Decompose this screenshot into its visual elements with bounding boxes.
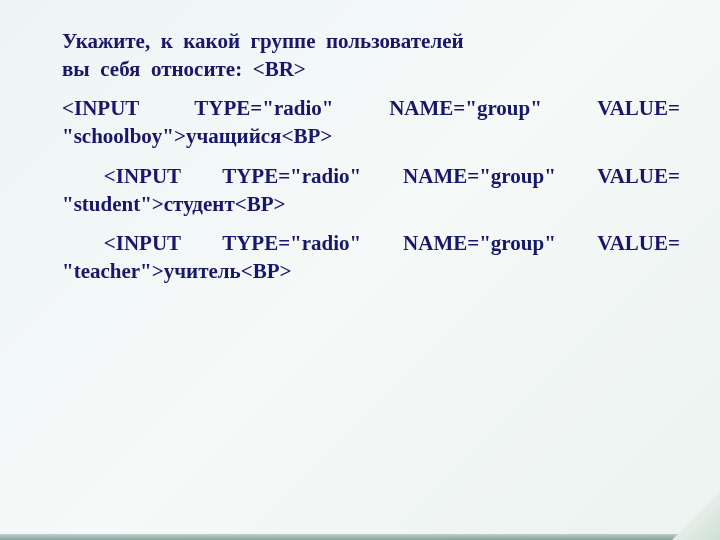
option-schoolboy: <INPUT TYPE="radio" NAME="group" VALUE= …: [62, 95, 680, 150]
slide-bottom-edge: [0, 534, 720, 540]
intro-line-1: Укажите, к какой группе пользователей: [62, 29, 464, 53]
code-line-schoolboy: <INPUT TYPE="radio" NAME="group" VALUE= …: [62, 96, 680, 148]
code-line-teacher: <INPUT TYPE="radio" NAME="group" VALUE= …: [62, 231, 680, 283]
intro-line-2: вы себя относите: <BR>: [62, 57, 306, 81]
slide-body: Укажите, к какой группе пользователей вы…: [62, 28, 680, 298]
option-student: <INPUT TYPE="radio" NAME="group" VALUE= …: [62, 163, 680, 218]
page-curl-icon: [672, 492, 720, 540]
intro-paragraph: Укажите, к какой группе пользователей вы…: [62, 28, 680, 83]
code-line-student: <INPUT TYPE="radio" NAME="group" VALUE= …: [62, 164, 680, 216]
option-teacher: <INPUT TYPE="radio" NAME="group" VALUE= …: [62, 230, 680, 285]
